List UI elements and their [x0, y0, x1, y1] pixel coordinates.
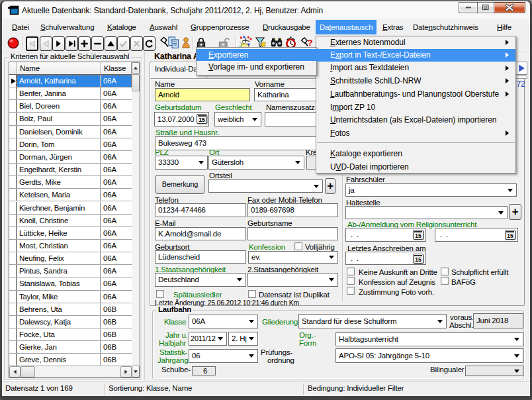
svg-text:?: ?: [308, 38, 313, 48]
